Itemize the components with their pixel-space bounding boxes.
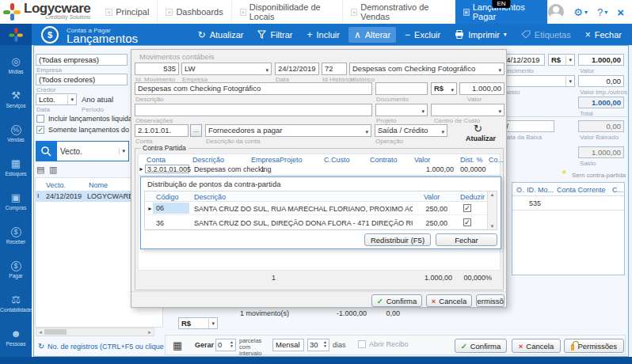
cp-row-conta[interactable]: 3.2.01.01.005 — [145, 165, 189, 173]
valor-input[interactable]: 1.000,00 — [578, 54, 624, 66]
operacao-select[interactable]: Saída / Crédito ▾ — [375, 124, 447, 137]
dialog-valor-field[interactable]: 1.000,00 — [459, 82, 504, 95]
tab-lancamentos-pagar-active[interactable]: EN × Lançamentos Pagar — [455, 0, 549, 24]
tab-dashboards[interactable]: × Dashboards — [158, 0, 231, 24]
chevron-down-icon[interactable]: ▾ — [504, 31, 507, 38]
scroll-right-icon[interactable]: ► — [147, 330, 152, 335]
cp-col-projeto[interactable]: Projeto — [280, 156, 303, 164]
permissions-button[interactable]: Permissões — [564, 339, 624, 353]
redistribute-button[interactable]: Redistribuir (F5) — [364, 233, 431, 246]
cp-col-empresa[interactable]: Empresa — [251, 156, 280, 164]
col-o[interactable]: O. — [516, 186, 524, 194]
imposto-select[interactable]: ▾ — [499, 75, 575, 87]
sidebar-item-vendas[interactable]: % Vendas — [0, 116, 32, 150]
cp-col-valor[interactable]: Valor — [414, 156, 430, 164]
chevron-down-icon[interactable]: ▾ — [119, 148, 125, 154]
somente-dia-label[interactable]: Somente lançamentos do dia — [48, 126, 141, 134]
tab-close-icon[interactable]: × — [166, 9, 173, 16]
refresh-count-icon[interactable]: ↻ — [38, 342, 44, 351]
deduzir-checkbox[interactable]: ✓ — [463, 218, 471, 226]
cp-col-descricao[interactable]: Descrição — [192, 156, 224, 164]
parcelas-stepper[interactable]: 0 ▲▼ — [215, 339, 236, 351]
tab-close-icon[interactable]: × — [351, 9, 357, 16]
cp-col-ccusto[interactable]: C.Custo — [324, 156, 350, 164]
col-c[interactable]: C... — [612, 186, 623, 194]
sidebar-item-contabilidade[interactable]: ⚖ Contabilidade — [0, 286, 32, 320]
conta-browse-button[interactable]: ... — [190, 124, 202, 137]
app-menu-button[interactable] — [0, 24, 32, 45]
gear-icon[interactable]: ⚙ — [573, 6, 583, 18]
pontos-row-codigo[interactable]: 06 — [153, 203, 189, 214]
settings-menu[interactable]: ⚙ ▾ — [573, 6, 588, 18]
chevron-down-icon[interactable]: ▾ — [565, 55, 572, 65]
refresh-account-icon[interactable]: ↻ — [474, 123, 482, 135]
tab-close-icon[interactable]: × — [463, 9, 470, 16]
sidebar-item-pagar[interactable]: $ Pagar — [0, 252, 32, 286]
tab-principal[interactable]: × Principal — [97, 0, 158, 24]
export-icon[interactable]: ▥ — [49, 165, 57, 175]
col-id-mov[interactable]: ID. Mo... — [527, 186, 554, 194]
documento-field[interactable] — [375, 82, 428, 95]
pontos-row-codigo[interactable]: 36 — [153, 219, 189, 227]
vertical-scrollbar[interactable]: ▲ ▼ — [487, 191, 497, 229]
credor-filter-input[interactable]: (Todos credores) — [36, 74, 128, 85]
observacoes-field[interactable] — [135, 104, 372, 116]
chevron-down-icon[interactable]: ▾ — [441, 127, 444, 137]
cp-col-conta[interactable]: Conta — [147, 156, 166, 164]
tab-close-icon[interactable]: × — [105, 9, 112, 16]
user-avatar[interactable] — [548, 4, 564, 20]
cancel-button[interactable]: × Cancela — [512, 339, 561, 353]
filter-button[interactable]: Filtrar — [252, 27, 298, 43]
stepper-down-icon[interactable]: ▼ — [323, 344, 327, 348]
chevron-down-icon[interactable]: ▾ — [208, 319, 215, 328]
tab-disponibilidade-de-locais[interactable]: × Disponibilidade de Locais — [232, 0, 343, 24]
pontos-col-valor[interactable]: Valor — [424, 193, 440, 201]
app-close-icon[interactable]: × — [617, 6, 624, 19]
empresa-select[interactable]: LW ▾ — [181, 63, 272, 75]
dialog-permissions-button[interactable]: Permissões — [476, 294, 504, 307]
chevron-down-icon[interactable]: ▾ — [295, 351, 301, 351]
scrollbar-thumb[interactable] — [44, 329, 67, 335]
edit-button[interactable]: ∧ Alterar — [348, 27, 396, 43]
empresa-filter-input[interactable]: (Todas empresas) — [36, 54, 128, 66]
results-col-vecto[interactable]: Vecto. — [46, 181, 66, 189]
conta-corrente-row-id[interactable]: 535 — [529, 199, 541, 207]
dias-stepper[interactable]: 30 ▲▼ — [307, 339, 329, 351]
scroll-up-icon[interactable]: ▲ — [490, 192, 495, 197]
dialog-cancel-button[interactable]: × Cancela — [426, 294, 472, 307]
help-menu[interactable]: ? ▾ — [597, 6, 607, 18]
data-filter-select[interactable]: Lcto. ▾ — [36, 93, 77, 105]
id-historico-field[interactable]: 72 — [322, 63, 347, 75]
stepper-down-icon[interactable]: ▼ — [230, 344, 234, 348]
sidebar-item-pessoas[interactable]: ☻ Pessoas — [0, 320, 32, 355]
sidebar-item-estoques[interactable]: ▦ Estoques — [0, 150, 32, 184]
chevron-down-icon[interactable]: ▾ — [498, 106, 501, 116]
chevron-down-icon[interactable]: ▾ — [365, 127, 368, 137]
chevron-down-icon[interactable]: ▾ — [451, 85, 454, 95]
add-button[interactable]: + Incluir — [302, 27, 345, 43]
chevron-down-icon[interactable]: ▾ — [421, 106, 425, 116]
descricao-field[interactable]: Despesas com Checking Fotográfico — [135, 82, 372, 95]
chevron-down-icon[interactable]: ▾ — [565, 77, 572, 86]
dialog-moeda-select[interactable]: R$ ▾ — [431, 82, 457, 95]
pontos-col-descricao[interactable]: Descrição — [194, 193, 226, 201]
results-col-nome[interactable]: Nome — [89, 181, 108, 189]
cp-col-contrato[interactable]: Contrato — [370, 156, 398, 164]
incluir-liquidados-checkbox[interactable] — [36, 115, 44, 123]
dialog-confirm-button[interactable]: ✓ Confirma — [371, 294, 422, 307]
tab-demonstrativo-de-vendas[interactable]: × Demonstrativo de Vendas — [343, 0, 455, 24]
help-icon[interactable]: ? — [597, 6, 603, 18]
chevron-down-icon[interactable]: ▾ — [67, 95, 74, 104]
historico-select[interactable]: Despesas com Checking Fotográfico ▾ — [349, 63, 504, 75]
sidebar-item-receber[interactable]: $ Receber — [0, 218, 32, 252]
cp-col-co[interactable]: Co... — [489, 156, 504, 164]
col-conta-corrente[interactable]: Conta Corrente — [557, 186, 606, 194]
cp-col-dist[interactable]: Dist. % — [460, 156, 483, 164]
pontos-col-codigo[interactable]: Código — [156, 193, 179, 201]
sidebar-item-compras[interactable]: ▣ Compras — [0, 184, 32, 218]
pontos-row[interactable]: 36 SANTA CRUZ DO SUL, DIREÇÃO DONA FLORA… — [145, 216, 487, 229]
print-button[interactable]: Imprimir ▾ — [449, 27, 512, 43]
records-count-link[interactable]: No. de registros (CTRL+F5 ou clique ... — [48, 343, 172, 351]
data-baixa-input[interactable]: / / — [499, 120, 554, 132]
horizontal-scrollbar[interactable]: ◄ ► — [36, 328, 154, 336]
